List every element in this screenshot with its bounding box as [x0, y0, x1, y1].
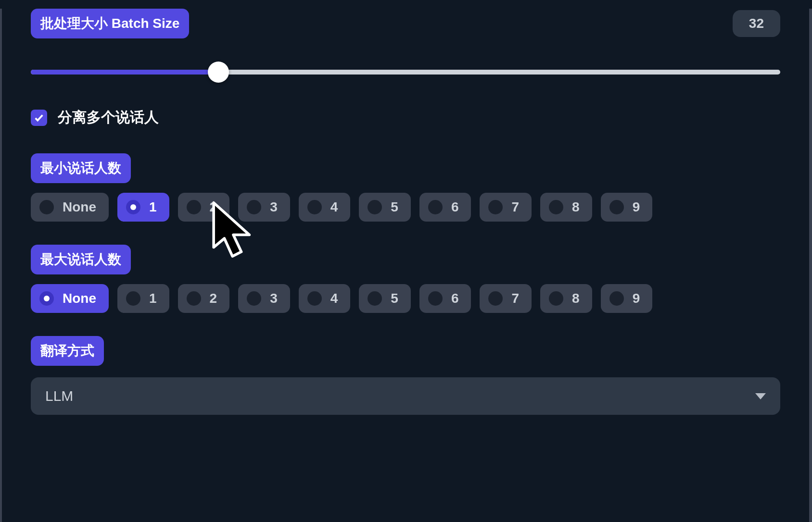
- radio-option-label: 5: [391, 291, 398, 306]
- radio-dot-icon: [488, 291, 503, 306]
- radio-option-label: 2: [210, 199, 217, 215]
- radio-option-label: 1: [149, 291, 157, 306]
- slider-fill: [31, 70, 218, 75]
- max-speakers-option-9[interactable]: 9: [601, 284, 653, 313]
- max-speakers-label: 最大说话人数: [31, 245, 131, 274]
- radio-dot-icon: [126, 291, 140, 306]
- min-speakers-option-none[interactable]: None: [31, 193, 109, 222]
- radio-option-label: 7: [511, 291, 519, 306]
- min-speakers-option-3[interactable]: 3: [238, 193, 290, 222]
- radio-dot-icon: [39, 291, 54, 306]
- max-speakers-option-2[interactable]: 2: [178, 284, 230, 313]
- translate-method-label: 翻译方式: [31, 336, 104, 366]
- max-speakers-option-none[interactable]: None: [31, 284, 109, 313]
- radio-option-label: 7: [511, 199, 519, 215]
- translate-method-selected: LLM: [45, 388, 73, 404]
- translate-method-select[interactable]: LLM: [31, 377, 780, 415]
- max-speakers-option-4[interactable]: 4: [299, 284, 351, 313]
- batch-size-slider[interactable]: [31, 62, 780, 83]
- min-speakers-option-8[interactable]: 8: [540, 193, 592, 222]
- radio-dot-icon: [368, 200, 382, 214]
- radio-dot-icon: [247, 291, 261, 306]
- radio-dot-icon: [307, 291, 322, 306]
- max-speakers-option-3[interactable]: 3: [238, 284, 290, 313]
- radio-dot-icon: [609, 200, 624, 214]
- radio-option-label: 8: [572, 291, 580, 306]
- radio-option-label: 6: [451, 291, 459, 306]
- radio-dot-icon: [187, 200, 201, 214]
- max-speakers-option-1[interactable]: 1: [117, 284, 169, 313]
- min-speakers-option-4[interactable]: 4: [299, 193, 351, 222]
- batch-size-label: 批处理大小 Batch Size: [31, 9, 189, 38]
- radio-dot-icon: [549, 200, 563, 214]
- radio-option-label: 1: [149, 199, 157, 215]
- radio-option-label: 3: [270, 291, 278, 306]
- max-speakers-radio-group: None123456789: [31, 284, 780, 313]
- max-speakers-option-5[interactable]: 5: [359, 284, 411, 313]
- radio-option-label: 9: [633, 291, 640, 306]
- radio-dot-icon: [549, 291, 563, 306]
- slider-thumb[interactable]: [208, 62, 229, 83]
- radio-dot-icon: [428, 200, 443, 214]
- chevron-down-icon: [755, 393, 766, 399]
- diarize-checkbox-label: 分离多个说话人: [58, 108, 159, 127]
- radio-dot-icon: [307, 200, 322, 214]
- min-speakers-option-7[interactable]: 7: [480, 193, 532, 222]
- radio-dot-icon: [488, 200, 503, 214]
- min-speakers-option-9[interactable]: 9: [601, 193, 653, 222]
- radio-option-label: None: [63, 199, 96, 215]
- min-speakers-label: 最小说话人数: [31, 153, 131, 183]
- radio-option-label: None: [63, 291, 96, 306]
- radio-option-label: 2: [210, 291, 217, 306]
- radio-option-label: 5: [391, 199, 398, 215]
- min-speakers-option-6[interactable]: 6: [419, 193, 471, 222]
- diarize-checkbox[interactable]: [31, 110, 47, 126]
- radio-option-label: 9: [633, 199, 640, 215]
- radio-option-label: 4: [330, 199, 338, 215]
- min-speakers-option-1[interactable]: 1: [117, 193, 169, 222]
- min-speakers-radio-group: None123456789: [31, 193, 780, 222]
- radio-dot-icon: [39, 200, 54, 214]
- radio-option-label: 8: [572, 199, 580, 215]
- max-speakers-option-6[interactable]: 6: [419, 284, 471, 313]
- min-speakers-option-2[interactable]: 2: [178, 193, 230, 222]
- radio-option-label: 3: [270, 199, 278, 215]
- radio-option-label: 4: [330, 291, 338, 306]
- radio-dot-icon: [187, 291, 201, 306]
- radio-dot-icon: [368, 291, 382, 306]
- radio-dot-icon: [126, 200, 140, 214]
- batch-size-value: 32: [733, 10, 780, 37]
- max-speakers-option-7[interactable]: 7: [480, 284, 532, 313]
- min-speakers-option-5[interactable]: 5: [359, 193, 411, 222]
- radio-dot-icon: [247, 200, 261, 214]
- radio-dot-icon: [428, 291, 443, 306]
- max-speakers-option-8[interactable]: 8: [540, 284, 592, 313]
- radio-dot-icon: [609, 291, 624, 306]
- radio-option-label: 6: [451, 199, 459, 215]
- check-icon: [34, 112, 44, 123]
